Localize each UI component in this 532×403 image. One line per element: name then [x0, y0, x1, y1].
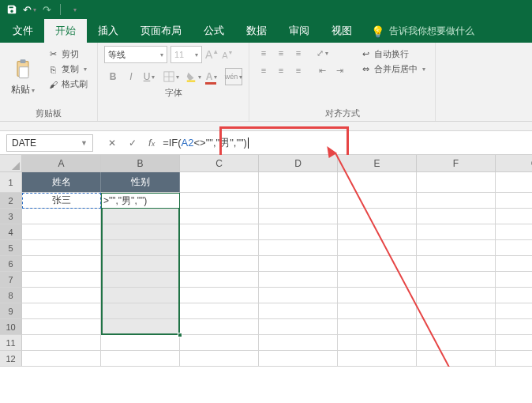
cell-G11[interactable]	[496, 335, 532, 351]
cell-E8[interactable]	[338, 288, 417, 303]
cell-A8[interactable]	[22, 288, 101, 303]
cell-D9[interactable]	[259, 303, 338, 319]
phonetic-button[interactable]: wén	[225, 68, 242, 85]
merge-center-button[interactable]: ⇔ 合并后居中	[357, 62, 429, 76]
cell-C5[interactable]	[180, 240, 259, 256]
col-header-F[interactable]: F	[417, 155, 496, 172]
cell-F6[interactable]	[417, 256, 496, 272]
row-header-9[interactable]: 9	[0, 303, 22, 319]
cell-A5[interactable]	[22, 240, 101, 256]
cell-D2[interactable]	[259, 193, 338, 209]
cell-E4[interactable]	[338, 224, 417, 240]
tell-me-search[interactable]: 💡 告诉我你想要做什么	[363, 20, 482, 43]
row-header-4[interactable]: 4	[0, 224, 22, 240]
cell-B7[interactable]	[101, 272, 180, 288]
enter-formula-button[interactable]: ✓	[123, 134, 142, 152]
cell-A6[interactable]	[22, 256, 101, 272]
tab-home[interactable]: 开始	[44, 19, 87, 43]
tab-view[interactable]: 视图	[320, 19, 363, 43]
paste-button[interactable]: 粘贴	[6, 46, 39, 106]
fill-color-button[interactable]	[185, 68, 202, 85]
cell-B3[interactable]	[101, 209, 180, 224]
cell-A10[interactable]	[22, 319, 101, 335]
cell-F12[interactable]	[417, 351, 496, 367]
cell-B5[interactable]	[101, 240, 180, 256]
cell-G2[interactable]	[496, 193, 532, 209]
cell-D11[interactable]	[259, 335, 338, 351]
cell-C1[interactable]	[180, 172, 259, 193]
cell-C4[interactable]	[180, 224, 259, 240]
cell-B6[interactable]	[101, 256, 180, 272]
row-header-2[interactable]: 2	[0, 193, 22, 209]
cell-E6[interactable]	[338, 256, 417, 272]
tab-formula[interactable]: 公式	[193, 19, 235, 43]
select-all-corner[interactable]	[0, 155, 22, 172]
cell-F11[interactable]	[417, 335, 496, 351]
cell-D10[interactable]	[259, 319, 338, 335]
cell-F9[interactable]	[417, 303, 496, 319]
increase-indent-button[interactable]: ⇥	[332, 63, 347, 77]
cell-D1[interactable]	[259, 172, 338, 193]
cell-F3[interactable]	[417, 209, 496, 224]
name-box[interactable]: DATE ▼	[6, 134, 93, 152]
row-header-3[interactable]: 3	[0, 209, 22, 224]
row-header-8[interactable]: 8	[0, 288, 22, 303]
cell-D8[interactable]	[259, 288, 338, 303]
col-header-B[interactable]: B	[101, 155, 180, 172]
cell-G8[interactable]	[496, 288, 532, 303]
cell-D4[interactable]	[259, 224, 338, 240]
cell-B11[interactable]	[101, 335, 180, 351]
cut-button[interactable]: ✂ 剪切	[44, 47, 91, 61]
row-header-5[interactable]: 5	[0, 240, 22, 256]
cell-C12[interactable]	[180, 351, 259, 367]
tab-file[interactable]: 文件	[2, 19, 44, 43]
cell-C6[interactable]	[180, 256, 259, 272]
cell-D3[interactable]	[259, 209, 338, 224]
cell-F2[interactable]	[417, 193, 496, 209]
align-center-button[interactable]: ≡	[273, 63, 289, 77]
align-left-button[interactable]: ≡	[256, 63, 272, 77]
cell-A7[interactable]	[22, 272, 101, 288]
cell-B1[interactable]: 性别	[101, 172, 180, 193]
col-header-A[interactable]: A	[22, 155, 101, 172]
decrease-font-button[interactable]: A▼	[222, 50, 233, 60]
cell-G1[interactable]	[496, 172, 532, 193]
cell-B4[interactable]	[101, 224, 180, 240]
col-header-E[interactable]: E	[338, 155, 417, 172]
cell-G9[interactable]	[496, 303, 532, 319]
copy-button[interactable]: ⎘ 复制	[44, 62, 91, 76]
align-middle-button[interactable]: ≡	[273, 46, 289, 60]
cell-B10[interactable]	[101, 319, 180, 335]
cell-C7[interactable]	[180, 272, 259, 288]
customize-qat-icon[interactable]	[67, 2, 81, 17]
formula-input[interactable]: =IF(A2<>"","男","")	[159, 134, 532, 152]
cell-F10[interactable]	[417, 319, 496, 335]
cell-G12[interactable]	[496, 351, 532, 367]
font-size-combo[interactable]: 11	[170, 46, 202, 63]
cell-E7[interactable]	[338, 272, 417, 288]
bold-button[interactable]: B	[104, 68, 122, 85]
wrap-text-button[interactable]: ↩ 自动换行	[357, 47, 429, 61]
cell-A9[interactable]	[22, 303, 101, 319]
cell-A2[interactable]: 张三	[22, 193, 101, 209]
row-header-10[interactable]: 10	[0, 319, 22, 335]
cell-E1[interactable]	[338, 172, 417, 193]
row-header-6[interactable]: 6	[0, 256, 22, 272]
cell-G4[interactable]	[496, 224, 532, 240]
cell-F7[interactable]	[417, 272, 496, 288]
borders-button[interactable]	[163, 68, 180, 85]
cell-E5[interactable]	[338, 240, 417, 256]
align-top-button[interactable]: ≡	[256, 46, 272, 60]
cell-E11[interactable]	[338, 335, 417, 351]
col-header-D[interactable]: D	[259, 155, 338, 172]
cell-A1[interactable]: 姓名	[22, 172, 101, 193]
align-right-button[interactable]: ≡	[290, 63, 306, 77]
save-icon[interactable]	[5, 2, 19, 17]
cell-E2[interactable]	[338, 193, 417, 209]
cell-E10[interactable]	[338, 319, 417, 335]
cell-C3[interactable]	[180, 209, 259, 224]
cell-C11[interactable]	[180, 335, 259, 351]
cell-C10[interactable]	[180, 319, 259, 335]
cell-G7[interactable]	[496, 272, 532, 288]
col-header-C[interactable]: C	[180, 155, 259, 172]
